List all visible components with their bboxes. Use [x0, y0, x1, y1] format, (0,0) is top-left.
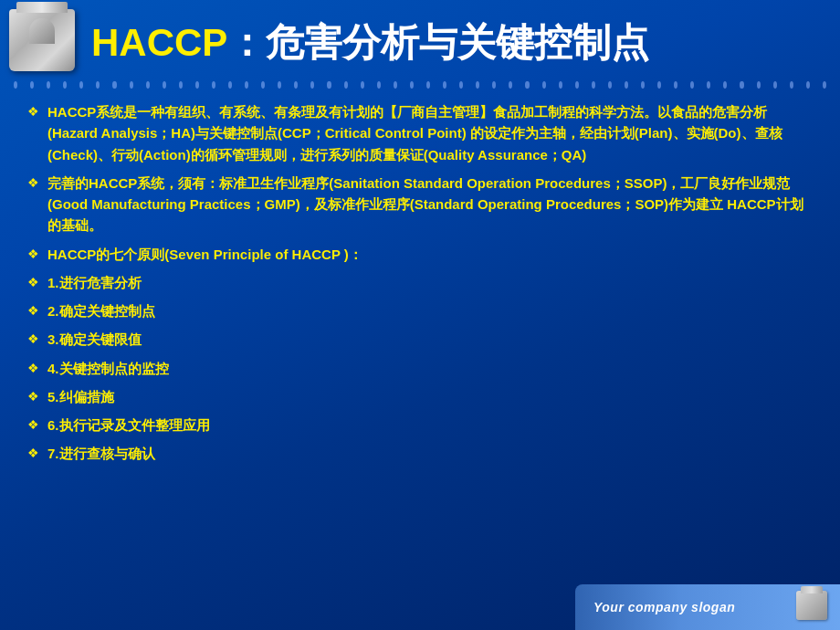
- sep-dot: [195, 81, 199, 89]
- sep-dot: [327, 81, 331, 89]
- sep-dot: [146, 81, 150, 89]
- list-item: ❖ 7.进行查核与确认: [27, 443, 813, 464]
- item-text-3: HACCP的七个原则(Seven Principle of HACCP )：: [47, 244, 362, 265]
- logo-box: [9, 9, 82, 78]
- bullet-diamond: ❖: [27, 275, 42, 289]
- sep-dot: [394, 81, 397, 89]
- bullet-diamond: ❖: [27, 331, 42, 346]
- content-area: ❖ HACCP系统是一种有组织、有系统、有条理及有计划的【厂商自主管理】食品加工…: [0, 92, 840, 481]
- sep-dot: [740, 81, 743, 89]
- list-item: ❖ 4.关键控制点的监控: [27, 358, 813, 379]
- sep-dot: [294, 81, 298, 89]
- bullet-diamond: ❖: [27, 446, 42, 460]
- item-text-2: 完善的HACCP系统，须有：标准卫生作业程序(Sanitation Standa…: [47, 173, 813, 236]
- list-item: ❖ HACCP系统是一种有组织、有系统、有条理及有计划的【厂商自主管理】食品加工…: [27, 101, 813, 165]
- bullet-diamond: ❖: [27, 361, 42, 375]
- title-rest: 危害分析与关键控制点: [266, 21, 649, 64]
- list-item: ❖ 完善的HACCP系统，须有：标准卫生作业程序(Sanitation Stan…: [27, 173, 813, 236]
- bullet-diamond: ❖: [27, 389, 42, 404]
- sep-dot: [261, 81, 265, 89]
- slogan-text: Your company slogan: [593, 600, 735, 614]
- item-text-8: 5.纠偏措施: [47, 386, 114, 407]
- sep-dot: [773, 81, 777, 89]
- sep-dot: [690, 81, 694, 89]
- sep-dot: [212, 81, 215, 89]
- list-item: ❖ 1.进行危害分析: [27, 272, 813, 293]
- sep-dot: [410, 81, 414, 89]
- item-text-9: 6.执行记录及文件整理应用: [47, 415, 210, 436]
- sep-dot: [245, 81, 248, 89]
- list-item: ❖ 6.执行记录及文件整理应用: [27, 415, 813, 436]
- sep-dot: [179, 81, 183, 89]
- sep-dot: [707, 81, 710, 89]
- sep-dot: [674, 81, 677, 89]
- sep-dot: [361, 81, 364, 89]
- sep-dot: [476, 81, 479, 89]
- bullet-diamond: ❖: [27, 175, 42, 190]
- item-text-4: 1.进行危害分析: [47, 272, 142, 293]
- sep-dot: [459, 81, 463, 89]
- sep-dot: [559, 81, 562, 89]
- sep-dot: [278, 81, 281, 89]
- separator-dots: [0, 78, 840, 92]
- sep-dot: [492, 81, 496, 89]
- sep-dot: [14, 81, 17, 89]
- sep-dot: [377, 81, 381, 89]
- sep-dot: [63, 81, 67, 89]
- sep-dot: [641, 81, 645, 89]
- sep-dot: [310, 81, 314, 89]
- sep-dot: [823, 81, 826, 89]
- sep-dot: [625, 81, 628, 89]
- sep-dot: [30, 81, 34, 89]
- sep-dot: [443, 81, 446, 89]
- sep-dot: [723, 81, 727, 89]
- sep-dot: [426, 81, 430, 89]
- list-item: ❖ 2.确定关键控制点: [27, 300, 813, 321]
- sep-dot: [79, 81, 83, 89]
- sep-dot: [228, 81, 232, 89]
- item-text-6: 3.确定关键限值: [47, 329, 142, 350]
- sep-dot: [344, 81, 348, 89]
- bullet-diamond: ❖: [27, 417, 42, 432]
- sep-dot: [47, 81, 50, 89]
- sep-dot: [592, 81, 595, 89]
- title-haccp: HACCP: [91, 21, 227, 64]
- mini-logo-icon: [796, 591, 827, 620]
- sep-dot: [657, 81, 661, 89]
- bullet-diamond: ❖: [27, 303, 42, 318]
- item-text-7: 4.关键控制点的监控: [47, 358, 169, 379]
- slogan-icon: [796, 591, 829, 624]
- sep-dot: [525, 81, 529, 89]
- sep-dot: [130, 81, 133, 89]
- bullet-diamond: ❖: [27, 104, 42, 119]
- sep-dot: [96, 81, 100, 89]
- header: HACCP：危害分析与关键控制点: [0, 0, 840, 78]
- footer-slogan-bar: Your company slogan: [575, 584, 840, 630]
- item-text-5: 2.确定关键控制点: [47, 300, 155, 321]
- title-colon: ：: [227, 21, 266, 64]
- list-item: ❖ HACCP的七个原则(Seven Principle of HACCP )：: [27, 244, 813, 265]
- sep-dot: [790, 81, 793, 89]
- sep-dot: [757, 81, 761, 89]
- list-item: ❖ 3.确定关键限值: [27, 329, 813, 350]
- page-title: HACCP：危害分析与关键控制点: [91, 20, 649, 66]
- logo-icon: [9, 9, 75, 71]
- list-item: ❖ 5.纠偏措施: [27, 386, 813, 407]
- sep-dot: [163, 81, 166, 89]
- sep-dot: [575, 81, 579, 89]
- item-text-10: 7.进行查核与确认: [47, 443, 155, 464]
- item-text-1: HACCP系统是一种有组织、有系统、有条理及有计划的【厂商自主管理】食品加工制程…: [47, 101, 813, 165]
- sep-dot: [542, 81, 546, 89]
- sep-dot: [509, 81, 512, 89]
- bullet-diamond: ❖: [27, 247, 42, 261]
- sep-dot: [608, 81, 612, 89]
- sep-dot: [112, 81, 116, 89]
- sep-dot: [806, 81, 810, 89]
